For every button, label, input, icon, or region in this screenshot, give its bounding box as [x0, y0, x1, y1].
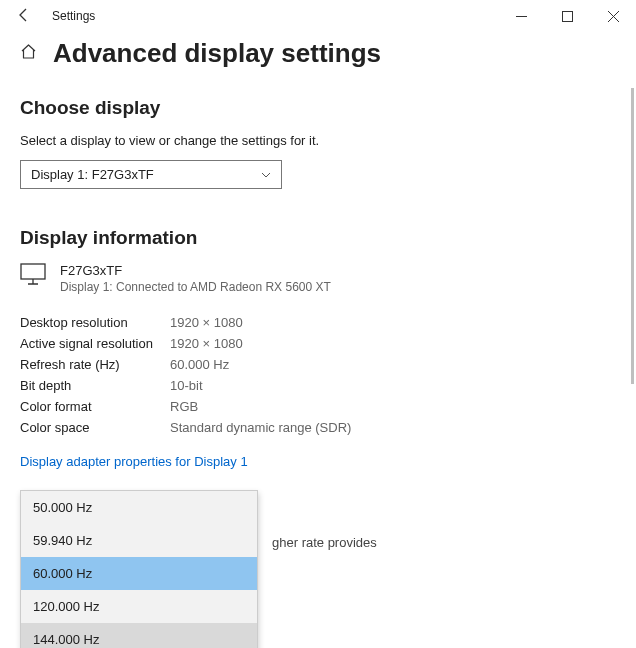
display-selector[interactable]: Display 1: F27G3xTF [20, 160, 282, 189]
svg-rect-0 [562, 11, 572, 21]
info-label: Active signal resolution [20, 336, 170, 351]
maximize-button[interactable] [544, 0, 590, 32]
dropdown-item[interactable]: 50.000 Hz [21, 491, 257, 524]
info-value: 1920 × 1080 [170, 315, 243, 330]
titlebar: Settings [0, 0, 636, 32]
back-button[interactable] [4, 7, 44, 26]
choose-display-section: Choose display Select a display to view … [20, 97, 616, 189]
info-value: 1920 × 1080 [170, 336, 243, 351]
info-row: Desktop resolution 1920 × 1080 [20, 312, 616, 333]
info-value: 10-bit [170, 378, 203, 393]
info-row: Bit depth 10-bit [20, 375, 616, 396]
display-info-grid: Desktop resolution 1920 × 1080 Active si… [20, 312, 616, 438]
chevron-down-icon [261, 169, 271, 180]
info-label: Color format [20, 399, 170, 414]
dropdown-item[interactable]: 59.940 Hz [21, 524, 257, 557]
info-label: Refresh rate (Hz) [20, 357, 170, 372]
monitor-icon [20, 263, 46, 285]
dropdown-item[interactable]: 144.000 Hz [21, 623, 257, 648]
arrow-left-icon [16, 7, 32, 23]
dropdown-item[interactable]: 60.000 Hz [21, 557, 257, 590]
info-row: Active signal resolution 1920 × 1080 [20, 333, 616, 354]
svg-rect-1 [21, 264, 45, 279]
info-value: 60.000 Hz [170, 357, 229, 372]
info-row: Color space Standard dynamic range (SDR) [20, 417, 616, 438]
info-label: Desktop resolution [20, 315, 170, 330]
info-label: Bit depth [20, 378, 170, 393]
info-label: Color space [20, 420, 170, 435]
close-button[interactable] [590, 0, 636, 32]
info-row: Color format RGB [20, 396, 616, 417]
scrollbar[interactable] [631, 88, 634, 384]
choose-display-heading: Choose display [20, 97, 616, 119]
monitor-connection: Display 1: Connected to AMD Radeon RX 56… [60, 280, 331, 294]
content-area: Advanced display settings Choose display… [0, 32, 636, 550]
window-controls [498, 0, 636, 32]
refresh-rate-dropdown[interactable]: 50.000 Hz 59.940 Hz 60.000 Hz 120.000 Hz… [20, 490, 258, 648]
monitor-name: F27G3xTF [60, 263, 331, 278]
minimize-icon [516, 11, 527, 22]
display-info-heading: Display information [20, 227, 616, 249]
home-icon[interactable] [20, 43, 37, 64]
page-title: Advanced display settings [53, 38, 381, 69]
info-value: RGB [170, 399, 198, 414]
choose-display-help: Select a display to view or change the s… [20, 133, 616, 148]
page-header: Advanced display settings [20, 38, 616, 69]
dropdown-item[interactable]: 120.000 Hz [21, 590, 257, 623]
display-info-section: Display information F27G3xTF Display 1: … [20, 227, 616, 469]
info-value: Standard dynamic range (SDR) [170, 420, 351, 435]
display-selector-value: Display 1: F27G3xTF [31, 167, 154, 182]
close-icon [608, 11, 619, 22]
app-title: Settings [52, 9, 95, 23]
adapter-properties-link[interactable]: Display adapter properties for Display 1 [20, 454, 248, 469]
info-row: Refresh rate (Hz) 60.000 Hz [20, 354, 616, 375]
maximize-icon [562, 11, 573, 22]
minimize-button[interactable] [498, 0, 544, 32]
monitor-summary: F27G3xTF Display 1: Connected to AMD Rad… [20, 263, 616, 294]
